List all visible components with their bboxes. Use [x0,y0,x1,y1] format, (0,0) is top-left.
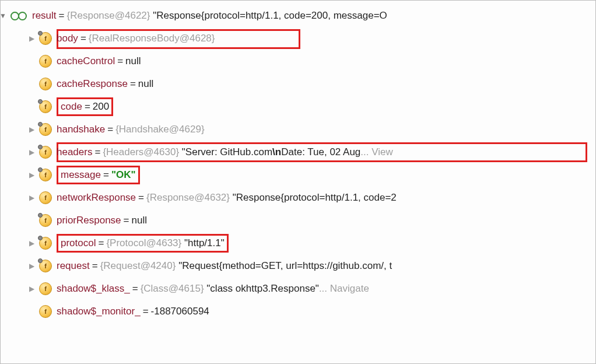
equals: = [105,124,115,135]
var-type: {Protocol@4633} [106,237,181,249]
var-type: {Handshake@4629} [115,124,204,135]
var-value: "OK" [111,169,136,181]
field-badge-icon: f [39,191,52,204]
highlight-box: protocol = {Protocol@4633} "http/1.1" [57,234,229,253]
var-name: shadow$_monitor_ [57,306,141,317]
row-networkResponse[interactable]: ▶fnetworkResponse = {Response@4632} "Res… [1,186,595,209]
row-protocol[interactable]: ▶fprotocol = {Protocol@4633} "http/1.1" [1,232,595,254]
highlight-box: message = "OK" [57,166,140,184]
var-value: null [132,215,147,226]
field-badge-icon: f [39,169,52,181]
highlight-box: code = 200 [57,97,113,116]
expand-arrow-icon[interactable]: ▶ [27,125,36,134]
var-name: protocol [61,237,96,249]
var-value: "Response{protocol=http/1.1, code=200, m… [153,10,387,22]
row-result[interactable]: ▼ result = {Response@4622} "Response{pro… [1,4,595,27]
tail-link[interactable]: ... Navigate [319,283,369,295]
row-priorResponse[interactable]: fpriorResponse = null [1,209,595,232]
field-badge-icon: f [39,260,52,272]
field-badge-icon: f [39,282,52,295]
var-value: "Request{method=GET, url=https://github.… [178,260,392,272]
field-badge-icon: f [39,32,52,45]
var-name: networkResponse [57,192,136,204]
var-value: -1887060594 [151,306,209,317]
var-type: {Headers@4630} [103,146,179,158]
equals: = [121,215,132,226]
equals: = [78,33,89,44]
row-request[interactable]: ▶frequest = {Request@4240} "Request{meth… [1,254,595,277]
row-headers[interactable]: ▶fheaders = {Headers@4630} "Server: GitH… [1,141,595,163]
row-shadow$_klass_[interactable]: ▶fshadow$_klass_ = {Class@4615} "class o… [1,277,595,300]
expand-arrow-icon[interactable]: ▶ [27,148,36,156]
var-type: {Response@4622} [67,10,150,22]
var-value: "class okhttp3.Response" [206,283,319,295]
equals: = [130,283,141,295]
expand-arrow-icon[interactable]: ▶ [27,262,36,270]
var-name: headers [57,146,92,158]
var-name: body [57,33,78,44]
var-name: cacheResponse [57,78,128,90]
row-body[interactable]: ▶fbody = {RealResponseBody@4628} [1,27,595,50]
equals: = [141,306,151,317]
row-code[interactable]: fcode = 200 [1,95,595,118]
expand-arrow-icon[interactable]: ▶ [27,285,36,293]
tail-link[interactable]: ... View [360,146,392,158]
expand-arrow-icon[interactable]: ▶ [27,239,36,247]
equals: = [101,169,111,181]
var-name: message [61,169,101,181]
expand-arrow-icon[interactable]: ▶ [27,34,36,43]
row-shadow$_monitor_[interactable]: fshadow$_monitor_ = -1887060594 [1,300,595,323]
row-handshake[interactable]: ▶fhandshake = {Handshake@4629} [1,118,595,141]
equals: = [96,237,106,249]
var-type: {RealResponseBody@4628} [89,33,215,44]
field-badge-icon: f [39,237,52,250]
var-type: {Response@4632} [146,192,230,204]
equals: = [128,78,138,90]
row-cacheResponse[interactable]: fcacheResponse = null [1,72,595,95]
var-value: null [125,55,141,67]
var-name: code [61,101,82,113]
var-value: "Server: GitHub.com\nDate: Tue, 02 Aug [182,146,361,158]
equals: = [136,192,146,204]
expand-arrow-icon[interactable]: ▶ [27,194,36,202]
debug-tree: ▼ result = {Response@4622} "Response{pro… [1,4,595,323]
var-name: request [57,260,90,272]
var-value: null [138,78,153,90]
equals: = [115,55,125,67]
field-badge-icon: f [39,123,52,136]
expand-arrow-icon[interactable]: ▶ [27,171,36,179]
var-type: {Class@4615} [141,283,204,295]
var-value: "http/1.1" [184,237,225,249]
var-name: result [32,10,57,22]
var-name: handshake [57,124,105,135]
expand-arrow-down-icon[interactable]: ▼ [0,12,6,20]
field-badge-icon: f [39,146,52,159]
row-message[interactable]: ▶fmessage = "OK" [1,163,595,186]
field-badge-icon: f [39,100,52,113]
field-badge-icon: f [39,78,52,90]
glasses-icon [10,10,27,21]
equals: = [90,260,100,272]
var-name: priorResponse [57,215,121,226]
var-name: cacheControl [57,55,115,67]
row-cacheControl[interactable]: fcacheControl = null [1,50,595,72]
var-value: "Response{protocol=http/1.1, code=2 [233,192,397,204]
var-name: shadow$_klass_ [57,283,130,295]
equals: = [57,10,67,22]
field-badge-icon: f [39,305,52,318]
field-badge-icon: f [39,214,52,227]
equals: = [92,146,103,158]
var-type: {Request@4240} [100,260,176,272]
var-value: 200 [93,101,109,113]
field-badge-icon: f [39,55,52,68]
equals: = [82,101,93,113]
